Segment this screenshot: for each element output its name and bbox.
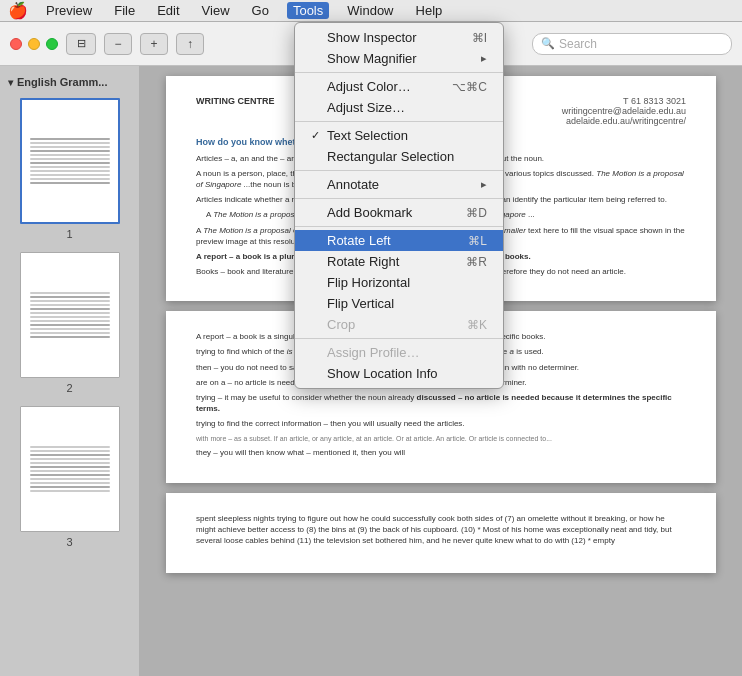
menubar-view[interactable]: View xyxy=(198,3,234,18)
thumb-line xyxy=(30,490,110,492)
sidebar-header[interactable]: ▾ English Gramm... xyxy=(0,72,139,92)
menubar-tools[interactable]: Tools xyxy=(287,2,329,19)
search-placeholder: Search xyxy=(559,37,597,51)
page-body-3: spent sleepless nights trying to figure … xyxy=(196,513,686,547)
thumbnail-page-1[interactable]: 1 xyxy=(0,92,139,246)
thumb-line xyxy=(30,486,110,488)
thumb-line xyxy=(30,458,110,460)
thumb-line xyxy=(30,146,110,148)
page-logo: seekLIGHT xyxy=(395,96,441,126)
sidebar-chevron-icon: ▾ xyxy=(8,77,13,88)
content-area: WRITING CENTRE seekLIGHT T 61 8313 3021w… xyxy=(140,66,742,676)
page-body-2: A report – a book is a singular countabl… xyxy=(196,331,686,458)
thumbnail-page-2[interactable]: 2 xyxy=(0,246,139,400)
thumb-line xyxy=(30,446,110,448)
thumb-box-1 xyxy=(20,98,120,224)
thumb-line xyxy=(30,328,110,330)
menubar-preview[interactable]: Preview xyxy=(42,3,96,18)
doc-icon: 📄 xyxy=(311,36,328,52)
thumb-inner-3 xyxy=(22,408,118,530)
header-right: T 61 8313 3021writingcentre@adelaide.edu… xyxy=(562,96,686,126)
fullscreen-button[interactable] xyxy=(46,38,58,50)
search-bar[interactable]: 🔍 Search xyxy=(532,33,732,55)
thumb-line xyxy=(30,182,110,184)
thumb-line xyxy=(30,320,110,322)
page-header: WRITING CENTRE seekLIGHT T 61 8313 3021w… xyxy=(196,96,686,126)
header-left: WRITING CENTRE xyxy=(196,96,275,126)
share-button[interactable]: ↑ xyxy=(176,33,204,55)
title-center: 📄 English Edited ▾ xyxy=(212,36,524,52)
thumb-box-3 xyxy=(20,406,120,532)
search-icon: 🔍 xyxy=(541,37,555,50)
page-body-1: How do you know whether you need an arti… xyxy=(196,136,686,277)
thumb-line xyxy=(30,478,110,480)
thumb-line xyxy=(30,142,110,144)
thumb-line xyxy=(30,470,110,472)
thumb-line xyxy=(30,304,110,306)
thumb-line xyxy=(30,154,110,156)
thumb-line xyxy=(30,158,110,160)
close-button[interactable] xyxy=(10,38,22,50)
thumb-line xyxy=(30,482,110,484)
thumb-line xyxy=(30,178,110,180)
sidebar-toggle-button[interactable]: ⊟ xyxy=(66,33,96,55)
menubar-help[interactable]: Help xyxy=(412,3,447,18)
thumb-line xyxy=(30,466,110,468)
thumb-line xyxy=(30,292,110,294)
menubar-window[interactable]: Window xyxy=(343,3,397,18)
sidebar: ▾ English Gramm... xyxy=(0,66,140,676)
page-number-1: 1 xyxy=(66,228,72,240)
thumb-line xyxy=(30,162,110,164)
document-page-2: A report – a book is a singular countabl… xyxy=(166,311,716,482)
thumb-line xyxy=(30,450,110,452)
document-page-3: spent sleepless nights trying to figure … xyxy=(166,493,716,573)
thumb-inner-2 xyxy=(22,254,118,376)
thumb-line xyxy=(30,316,110,318)
thumb-line xyxy=(30,150,110,152)
titlebar: ⊟ − + ↑ 📄 English Edited ▾ 🔍 Search xyxy=(0,22,742,66)
toolbar-right: 🔍 Search xyxy=(532,33,732,55)
thumb-lines-3 xyxy=(30,446,110,492)
thumb-line xyxy=(30,332,110,334)
thumb-line xyxy=(30,138,110,140)
document-page-1: WRITING CENTRE seekLIGHT T 61 8313 3021w… xyxy=(166,76,716,301)
menubar-go[interactable]: Go xyxy=(248,3,273,18)
zoom-out-button[interactable]: − xyxy=(104,33,132,55)
menubar-file[interactable]: File xyxy=(110,3,139,18)
thumb-line xyxy=(30,296,110,298)
menubar: 🍎 Preview File Edit View Go Tools Window… xyxy=(0,0,742,22)
thumb-box-2 xyxy=(20,252,120,378)
doc-name: English xyxy=(334,36,377,51)
page-number-3: 3 xyxy=(66,536,72,548)
thumb-lines-2 xyxy=(30,292,110,338)
thumb-line xyxy=(30,170,110,172)
thumb-line xyxy=(30,454,110,456)
main-layout: ▾ English Gramm... xyxy=(0,66,742,676)
thumb-line xyxy=(30,324,110,326)
thumb-line xyxy=(30,166,110,168)
thumb-line xyxy=(30,312,110,314)
traffic-lights xyxy=(10,38,58,50)
thumb-lines-1 xyxy=(30,138,110,184)
minimize-button[interactable] xyxy=(28,38,40,50)
thumb-inner-1 xyxy=(22,100,118,222)
edited-badge: Edited ▾ xyxy=(383,37,425,51)
menubar-edit[interactable]: Edit xyxy=(153,3,183,18)
thumb-line xyxy=(30,462,110,464)
thumb-line xyxy=(30,474,110,476)
thumb-line xyxy=(30,308,110,310)
thumb-line xyxy=(30,300,110,302)
sidebar-title: English Gramm... xyxy=(17,76,107,88)
zoom-in-button[interactable]: + xyxy=(140,33,168,55)
thumb-line xyxy=(30,174,110,176)
apple-menu[interactable]: 🍎 xyxy=(8,1,28,20)
thumb-line xyxy=(30,336,110,338)
thumbnail-page-3[interactable]: 3 xyxy=(0,400,139,554)
page-number-2: 2 xyxy=(66,382,72,394)
